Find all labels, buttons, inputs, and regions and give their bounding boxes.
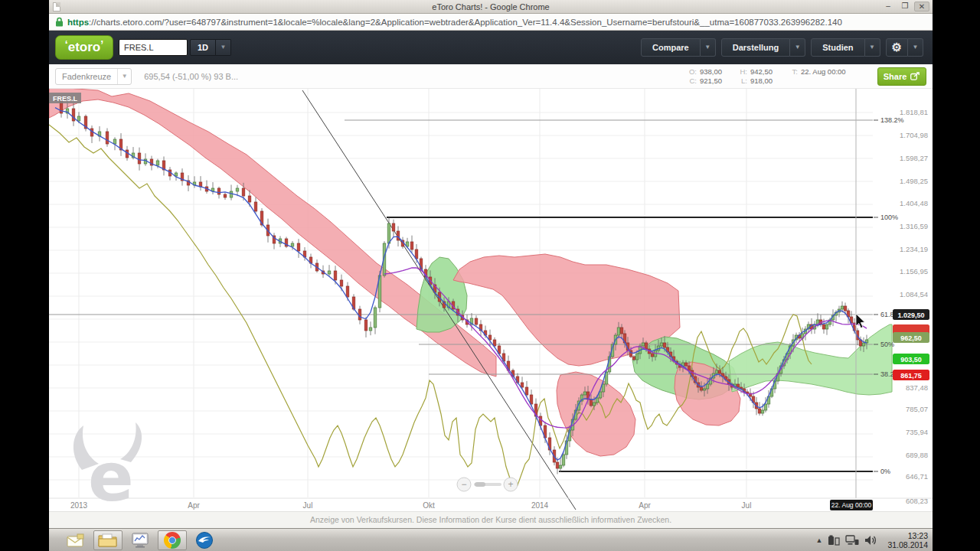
chrome-icon[interactable] xyxy=(158,530,187,550)
system-monitor-icon[interactable] xyxy=(126,530,155,550)
system-tray: ▲ 13:23 31.08.2014 xyxy=(816,529,933,551)
ichimoku-cloud xyxy=(729,324,892,395)
studien-button[interactable]: Studien xyxy=(811,38,864,57)
candle-body xyxy=(761,410,764,413)
candle-body xyxy=(844,306,847,311)
https-lock-icon xyxy=(55,17,64,27)
compare-caret-icon[interactable]: ▼ xyxy=(701,38,716,57)
candle-body xyxy=(590,399,593,406)
y-axis-label: 646,71 xyxy=(906,472,928,481)
instrument-badge-label: FRES.L xyxy=(53,95,78,103)
candle-body xyxy=(556,462,559,468)
folder-icon[interactable] xyxy=(93,530,122,550)
candle-body xyxy=(217,188,220,194)
candle-body xyxy=(113,139,116,144)
x-axis-label: 2014 xyxy=(531,501,549,510)
fib-label: 100% xyxy=(880,214,898,221)
candle-body xyxy=(684,363,688,366)
price-badge-label: 1.029,50 xyxy=(897,311,924,319)
url-bar[interactable]: https://charts.etoro.com/?user=648797&in… xyxy=(49,14,933,31)
y-axis-label: 1.084,54 xyxy=(900,290,928,298)
battery-icon[interactable] xyxy=(828,535,840,546)
candle-body xyxy=(138,153,141,164)
x-axis-label: Okt xyxy=(423,501,435,510)
candle-body xyxy=(364,320,368,331)
clock-time: 13:23 xyxy=(887,531,928,540)
ohlc-close-label: C: xyxy=(686,77,697,85)
compare-button[interactable]: Compare xyxy=(641,38,701,57)
candle-body xyxy=(620,328,623,334)
candle-body xyxy=(242,188,245,196)
studien-caret-icon[interactable]: ▼ xyxy=(865,38,880,57)
url-scheme: https xyxy=(67,18,89,27)
candle-body xyxy=(764,404,767,410)
svg-text:−: − xyxy=(461,479,466,490)
candle-body xyxy=(651,354,654,357)
ohlc-high-label: H: xyxy=(737,67,747,76)
share-button-label: Share xyxy=(884,72,907,81)
candle-body xyxy=(715,370,718,373)
y-axis-label: 1.818,81 xyxy=(900,108,928,116)
darstellung-caret-icon[interactable]: ▼ xyxy=(790,38,805,57)
darstellung-button[interactable]: Darstellung xyxy=(721,38,791,57)
y-axis-label: 608,23 xyxy=(906,497,928,505)
ichimoku-cloud xyxy=(416,257,467,332)
x-axis-label: Apr xyxy=(188,501,200,510)
ohlc-low-label: L: xyxy=(737,77,747,85)
clock-date: 31.08.2014 xyxy=(887,540,928,549)
mail-icon[interactable] xyxy=(61,530,90,550)
crosshair-dropdown[interactable]: Fadenkreuze ▼ xyxy=(55,68,132,85)
candle-body xyxy=(822,324,825,329)
price-badge-label: 903,50 xyxy=(900,356,922,364)
url-rest: ://charts.etoro.com/?user=648797&instrum… xyxy=(89,18,842,27)
y-axis-label: 1.704,98 xyxy=(900,131,928,139)
candle-body xyxy=(758,409,761,413)
candle-body xyxy=(583,392,586,395)
timeframe-button[interactable]: 1D xyxy=(190,39,216,56)
url-text[interactable]: https://charts.etoro.com/?user=648797&in… xyxy=(67,18,842,27)
symbol-input[interactable]: FRES.L xyxy=(119,39,188,56)
disclaimer-text: Anzeige von Verkaufskursen. Diese Inform… xyxy=(49,511,933,528)
speaker-icon[interactable] xyxy=(864,535,877,546)
settings-gear-icon[interactable]: ⚙ xyxy=(886,38,908,57)
crosshair-caret-icon: ▼ xyxy=(117,69,131,84)
x-axis-label: Apr xyxy=(639,501,651,510)
candle-body xyxy=(663,343,666,347)
price-badge-label: 962,50 xyxy=(900,334,922,342)
candle-body xyxy=(224,194,227,197)
y-axis-label: 837,48 xyxy=(906,383,928,392)
candle-body xyxy=(825,324,828,329)
candle-body xyxy=(334,271,337,280)
openoffice-icon[interactable] xyxy=(190,530,219,550)
zoom-slider-handle[interactable] xyxy=(475,482,485,487)
candle-body xyxy=(688,366,691,370)
timeframe-caret-icon[interactable]: ▼ xyxy=(216,39,231,56)
settings-caret-icon[interactable]: ▼ xyxy=(908,38,923,57)
candle-body xyxy=(77,116,80,121)
candle-body xyxy=(236,188,239,191)
candle-body xyxy=(106,132,109,144)
ohlc-close-value: 921,50 xyxy=(700,77,733,85)
close-button[interactable]: ✕ xyxy=(914,2,929,11)
maximize-button[interactable]: ❐ xyxy=(897,2,913,11)
candle-body xyxy=(642,343,645,346)
y-axis-label: 735,94 xyxy=(906,428,928,436)
minimize-button[interactable]: – xyxy=(880,2,896,11)
ohlc-high-value: 942,50 xyxy=(750,67,784,76)
candle-body xyxy=(156,161,159,165)
chart-canvas[interactable]: 1.818,811.704,981.598,271.498,251.404,48… xyxy=(49,89,933,511)
candle-body xyxy=(645,343,648,349)
candle-body xyxy=(248,196,251,202)
tray-expand-icon[interactable]: ▲ xyxy=(816,536,823,544)
crosshair-dropdown-label: Fadenkreuze xyxy=(56,72,117,81)
window-title: eToro Charts! - Google Chrome xyxy=(49,2,933,11)
share-button[interactable]: Share xyxy=(877,67,926,86)
candle-body xyxy=(387,223,390,243)
candle-body xyxy=(635,354,639,360)
browser-titlebar[interactable]: eToro Charts! - Google Chrome – ❐ ✕ xyxy=(49,0,933,14)
taskbar-clock[interactable]: 13:23 31.08.2014 xyxy=(883,531,928,549)
price-chart[interactable]: 1.818,811.704,981.598,271.498,251.404,48… xyxy=(49,89,933,511)
network-icon[interactable] xyxy=(845,535,859,546)
candle-body xyxy=(521,383,524,387)
candle-body xyxy=(410,242,413,249)
